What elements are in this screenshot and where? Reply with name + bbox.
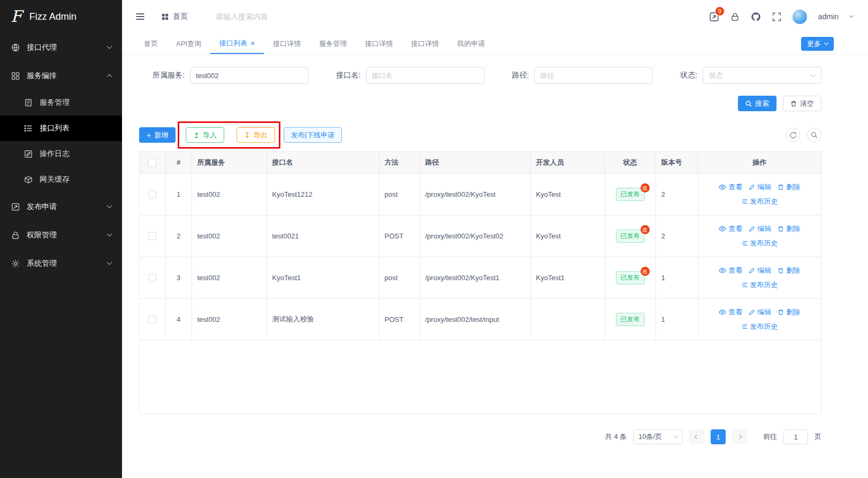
api-proxy-icon <box>11 43 20 52</box>
tab-label: 接口详情 <box>273 39 301 49</box>
github-icon[interactable] <box>751 12 761 22</box>
cell-index: 1 <box>165 173 192 215</box>
status-filter-select[interactable]: 状态 <box>703 67 821 84</box>
modified-badge: 改 <box>641 267 650 276</box>
tab-api-detail-1[interactable]: 接口详情 <box>264 33 310 54</box>
delete-action[interactable]: 删除 <box>778 307 800 317</box>
publish-history-label: 发布历史 <box>750 322 778 331</box>
sidebar-item-api-proxy[interactable]: 接口代理 <box>0 33 122 61</box>
user-menu-chevron-icon[interactable] <box>849 13 854 18</box>
filter-status: 状态: 状态 <box>680 67 821 84</box>
sidebar-item-publish-request[interactable]: 发布申请 <box>0 192 122 221</box>
sidebar-menu: 接口代理 服务编排 服务管理 <box>0 33 122 277</box>
sidebar-item-system[interactable]: 系统管理 <box>0 249 122 277</box>
tab-my-requests[interactable]: 我的申请 <box>448 33 494 54</box>
cell-service: test002 <box>192 257 267 298</box>
username-label[interactable]: admin <box>818 12 839 21</box>
publish-history-action[interactable]: 发布历史 <box>741 197 778 206</box>
hamburger-menu-icon[interactable] <box>135 11 146 22</box>
tab-api-list[interactable]: 接口列表 × <box>210 33 264 54</box>
import-button[interactable]: ↥ 导入 <box>186 127 224 143</box>
cell-developer: KyoTest <box>530 173 605 215</box>
view-action[interactable]: 查看 <box>719 307 742 317</box>
main-area: 首页 9 admin <box>122 0 868 478</box>
search-button[interactable]: 搜索 <box>738 96 776 111</box>
edit-action[interactable]: 编辑 <box>749 182 771 192</box>
status-tag: 已发布 改 <box>616 271 645 284</box>
view-action[interactable]: 查看 <box>719 266 742 275</box>
tab-api-detail-2[interactable]: 接口详情 <box>356 33 402 54</box>
sidebar-item-gateway-cache[interactable]: 网关缓存 <box>0 167 122 192</box>
sidebar-item-service-management[interactable]: 服务管理 <box>0 90 122 115</box>
row-checkbox[interactable] <box>148 232 156 240</box>
publish-history-action[interactable]: 发布历史 <box>741 238 778 248</box>
breadcrumb-home[interactable]: 首页 <box>162 12 188 21</box>
tab-api-detail-3[interactable]: 接口详情 <box>402 33 448 54</box>
sidebar-item-permission[interactable]: 权限管理 <box>0 221 122 249</box>
close-tab-icon[interactable]: × <box>250 40 255 47</box>
delete-action-label: 删除 <box>786 307 800 317</box>
api-name-filter-input[interactable] <box>366 67 485 84</box>
edit-action[interactable]: 编辑 <box>749 224 771 234</box>
col-api-name: 接口名 <box>267 152 379 173</box>
publish-history-action[interactable]: 发布历史 <box>741 280 778 290</box>
sidebar-item-orchestration[interactable]: 服务编排 <box>0 61 122 90</box>
cell-service: test002 <box>192 298 267 340</box>
add-button[interactable]: + 新增 <box>139 127 176 143</box>
avatar[interactable] <box>793 10 807 24</box>
status-tag: 已发布 改 <box>616 229 645 243</box>
delete-action[interactable]: 删除 <box>778 266 800 275</box>
page-size-select[interactable]: 10条/页 <box>633 429 683 444</box>
search-button-label: 搜索 <box>755 99 769 109</box>
sidebar-item-label: 网关缓存 <box>40 175 70 184</box>
prev-page-button[interactable] <box>689 429 704 444</box>
publish-history-action[interactable]: 发布历史 <box>741 322 778 331</box>
delete-action[interactable]: 删除 <box>778 182 800 192</box>
publish-offline-request-button[interactable]: 发布|下线申请 <box>284 127 342 143</box>
tab-api-query[interactable]: API查询 <box>167 33 210 54</box>
fullscreen-icon[interactable] <box>772 12 781 21</box>
row-checkbox[interactable] <box>148 274 156 282</box>
edit-action-label: 编辑 <box>757 307 771 317</box>
chevron-down-icon <box>107 44 112 49</box>
more-tabs-button[interactable]: 更多 <box>801 37 834 51</box>
goto-page-input[interactable] <box>783 429 808 444</box>
tab-service-management[interactable]: 服务管理 <box>310 33 356 54</box>
path-filter-input[interactable] <box>534 67 653 84</box>
cell-actions: 查看 编辑 删除 <box>698 298 821 340</box>
column-search-button[interactable] <box>807 128 821 142</box>
row-checkbox[interactable] <box>148 190 156 198</box>
delete-action-label: 删除 <box>786 224 800 234</box>
notification-icon[interactable]: 9 <box>709 12 719 22</box>
row-checkbox[interactable] <box>148 315 156 323</box>
edit-action[interactable]: 编辑 <box>749 307 771 317</box>
service-filter-input[interactable] <box>190 67 309 84</box>
filter-api-name-label: 接口名: <box>336 71 361 80</box>
publish-history-label: 发布历史 <box>750 280 778 290</box>
next-page-button[interactable] <box>732 429 747 444</box>
sidebar-item-api-list[interactable]: 接口列表 <box>0 115 122 141</box>
tab-home[interactable]: 首页 <box>135 33 167 54</box>
sidebar-item-label: 操作日志 <box>40 149 70 159</box>
chevron-down-icon <box>811 72 816 77</box>
edit-action[interactable]: 编辑 <box>749 266 771 275</box>
sidebar-item-operation-log[interactable]: 操作日志 <box>0 141 122 167</box>
api-table: # 所属服务 接口名 方法 路径 开发人员 状态 版本号 操作 <box>139 151 821 414</box>
permission-lock-icon <box>11 230 20 240</box>
export-button[interactable]: ↧ 导出 <box>237 127 275 143</box>
cell-api-name: KyoTest1212 <box>267 173 379 215</box>
refresh-button[interactable] <box>786 128 800 142</box>
status-tag: 已发布 <box>616 313 645 326</box>
view-action[interactable]: 查看 <box>719 182 742 192</box>
lock-icon[interactable] <box>730 12 740 21</box>
current-page-button[interactable]: 1 <box>711 429 726 444</box>
global-search-input[interactable] <box>216 12 339 21</box>
view-action[interactable]: 查看 <box>719 224 742 234</box>
clear-button[interactable]: 清空 <box>783 96 821 111</box>
select-all-checkbox[interactable] <box>148 159 156 167</box>
export-button-label: 导出 <box>254 130 268 140</box>
status-tag: 已发布 改 <box>616 188 645 201</box>
delete-action[interactable]: 删除 <box>778 224 800 234</box>
action-line-2: 发布历史 <box>704 322 816 331</box>
cell-api-name: 测试输入校验 <box>267 298 379 340</box>
